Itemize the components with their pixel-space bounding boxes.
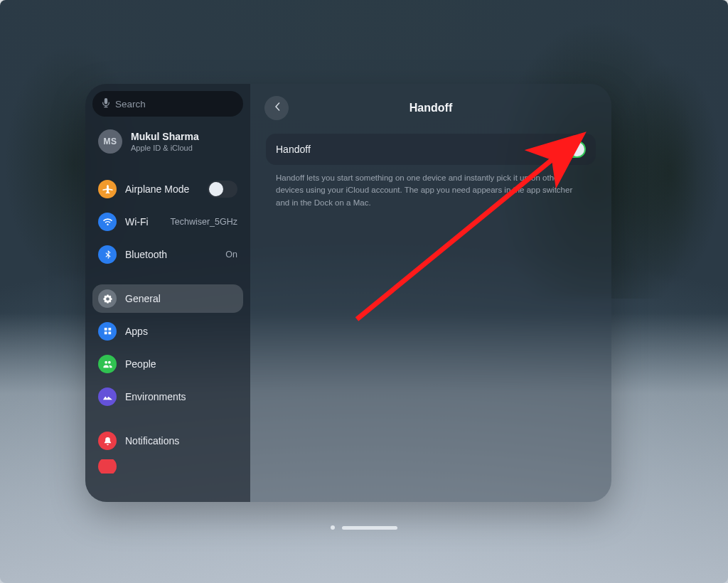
wifi-icon	[98, 213, 117, 231]
handle-dot	[331, 525, 335, 530]
settings-content: Handoff Handoff Handoff lets you start s…	[250, 84, 611, 502]
account-sub: Apple ID & iCloud	[131, 144, 199, 152]
sidebar-item-label: Notifications	[125, 435, 237, 446]
sidebar-item-label: Apps	[125, 326, 237, 337]
gear-icon	[98, 289, 117, 308]
settings-window: Search MS Mukul Sharma Apple ID & iCloud…	[85, 84, 611, 502]
bell-icon	[98, 432, 117, 450]
sidebar-item-label: Wi-Fi	[125, 216, 162, 228]
sidebar-item-label: Airplane Mode	[125, 183, 199, 195]
back-button[interactable]	[264, 96, 289, 120]
airplane-toggle[interactable]	[208, 181, 237, 198]
content-header: Handoff	[264, 94, 597, 122]
search-placeholder: Search	[115, 99, 146, 109]
people-icon	[98, 355, 117, 373]
sidebar-item-environments[interactable]: Environments	[92, 383, 243, 411]
settings-sidebar: Search MS Mukul Sharma Apple ID & iCloud…	[85, 84, 250, 502]
handoff-description: Handoff lets you start something on one …	[264, 165, 597, 209]
bluetooth-value: On	[225, 250, 237, 260]
sidebar-item-label: Bluetooth	[125, 249, 217, 260]
sidebar-item-general[interactable]: General	[92, 284, 243, 313]
sidebar-item-notifications[interactable]: Notifications	[92, 427, 243, 455]
page-title: Handoff	[264, 102, 597, 114]
bluetooth-icon	[98, 245, 117, 264]
handle-bar	[342, 526, 397, 530]
environments-icon	[98, 387, 117, 406]
apps-icon	[98, 322, 117, 341]
sidebar-item-label: General	[125, 293, 237, 304]
avatar: MS	[98, 129, 122, 154]
airplane-icon	[98, 180, 117, 198]
sidebar-item-partial[interactable]	[92, 459, 243, 474]
sidebar-item-bluetooth[interactable]: Bluetooth On	[92, 240, 243, 269]
account-name: Mukul Sharma	[131, 131, 199, 142]
wifi-value: Techwiser_5GHz	[171, 217, 237, 227]
handoff-label: Handoff	[276, 144, 311, 155]
sidebar-item-airplane[interactable]: Airplane Mode	[92, 175, 243, 203]
sidebar-item-people[interactable]: People	[92, 350, 243, 378]
sidebar-item-label: Environments	[125, 391, 237, 402]
account-row[interactable]: MS Mukul Sharma Apple ID & iCloud	[92, 121, 243, 159]
search-input[interactable]: Search	[92, 91, 243, 117]
chevron-left-icon	[274, 102, 280, 114]
window-drag-handle[interactable]	[325, 525, 403, 530]
sidebar-item-wifi[interactable]: Wi-Fi Techwiser_5GHz	[92, 208, 243, 236]
mic-icon	[102, 98, 109, 110]
partial-icon	[98, 459, 117, 474]
sidebar-item-apps[interactable]: Apps	[92, 317, 243, 346]
handoff-row[interactable]: Handoff	[266, 134, 596, 165]
handoff-toggle[interactable]	[556, 141, 586, 158]
sidebar-item-label: People	[125, 358, 237, 370]
